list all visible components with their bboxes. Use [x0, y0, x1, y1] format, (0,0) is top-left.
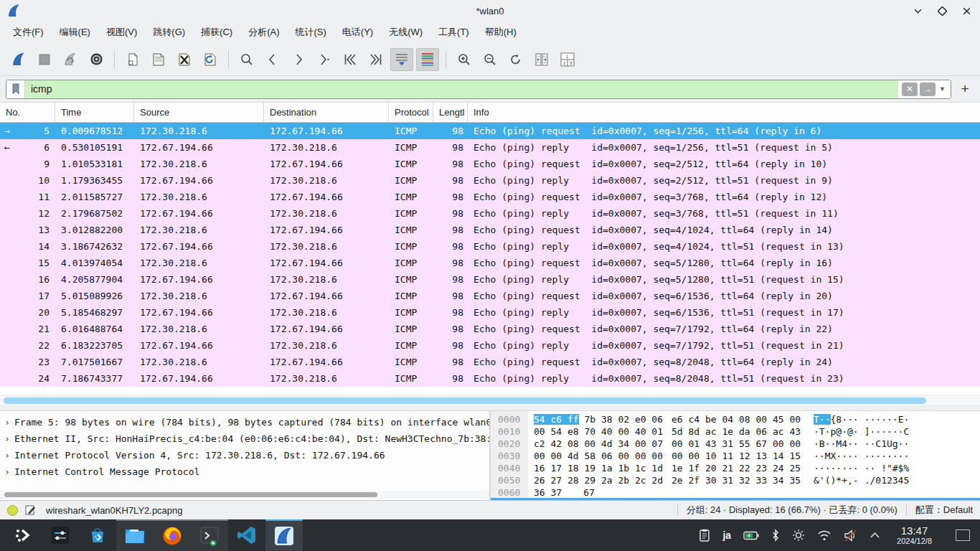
filter-apply-icon[interactable]: → [920, 83, 936, 96]
detail-tree-item[interactable]: ›Ethernet II, Src: HonHaiPrecis_c4:be:04… [0, 430, 489, 447]
go-forward-button[interactable] [287, 48, 310, 71]
first-packet-button[interactable] [339, 48, 362, 71]
packet-row[interactable]: 122.179687502172.67.194.66172.30.218.6IC… [0, 205, 980, 222]
expand-chevron-icon[interactable]: › [4, 463, 14, 480]
expand-chevron-icon[interactable]: › [4, 430, 14, 447]
menu-analyze[interactable]: 分析(A) [241, 23, 286, 42]
hex-row[interactable]: 001000 54 e8 70 40 00 40 015d 8d ac 1e d… [491, 425, 980, 438]
expert-info-icon[interactable] [7, 505, 18, 516]
zoom-out-button[interactable] [479, 48, 501, 71]
layout-button[interactable]: 123 [556, 48, 579, 71]
menu-tools[interactable]: 工具(T) [431, 23, 476, 42]
battery-icon[interactable] [743, 531, 759, 540]
menu-go[interactable]: 跳转(G) [146, 23, 192, 42]
packet-row[interactable]: →50.009678512172.30.218.6172.67.194.66IC… [0, 123, 980, 139]
column-header-destination[interactable]: Destination [264, 103, 389, 122]
start-capture-button[interactable] [7, 48, 30, 71]
filter-dropdown-icon[interactable]: ▼ [938, 85, 947, 93]
pane-splitter[interactable] [0, 405, 980, 411]
last-packet-button[interactable] [364, 48, 387, 71]
profile-label[interactable]: 配置：Default [915, 504, 973, 517]
packet-row[interactable]: 91.010533181172.30.218.6172.67.194.66ICM… [0, 156, 980, 172]
menu-view[interactable]: 视图(V) [99, 23, 144, 42]
filter-add-button[interactable]: + [956, 81, 974, 97]
volume-muted-icon[interactable] [844, 529, 857, 542]
hex-row[interactable]: 004016 17 18 19 1a 1b 1c 1d1e 1f 20 21 2… [491, 462, 980, 474]
hex-row[interactable]: 0020c2 42 08 00 4d 34 00 0700 01 43 31 5… [491, 438, 980, 450]
zoom-in-button[interactable] [453, 48, 476, 71]
menu-statistics[interactable]: 统计(S) [288, 23, 333, 42]
save-file-button[interactable]: 01010110 [147, 48, 170, 71]
detail-tree-item[interactable]: ›Frame 5: 98 bytes on wire (784 bits), 9… [0, 414, 489, 430]
hex-row[interactable]: 005026 27 28 29 2a 2b 2c 2d2e 2f 30 31 3… [491, 474, 980, 486]
taskbar-wireshark-icon[interactable] [265, 519, 303, 551]
capture-comment-icon[interactable] [24, 504, 36, 516]
menu-edit[interactable]: 编辑(E) [52, 23, 98, 42]
zoom-reset-button[interactable] [504, 48, 527, 71]
keyboard-layout-indicator[interactable]: ja [722, 529, 731, 541]
stop-capture-button[interactable] [33, 48, 56, 71]
hex-row[interactable]: 006036 3767 [491, 486, 980, 499]
menu-telephony[interactable]: 电话(Y) [335, 23, 380, 42]
go-to-packet-button[interactable] [313, 48, 336, 71]
packet-row[interactable]: 143.186742632172.67.194.66172.30.218.6IC… [0, 238, 980, 255]
show-desktop-button[interactable] [956, 529, 970, 541]
details-hscrollbar[interactable] [0, 491, 489, 499]
packet-row[interactable]: 216.016488764172.30.218.6172.67.194.66IC… [0, 321, 980, 337]
packet-row[interactable]: 164.205877904172.67.194.66172.30.218.6IC… [0, 271, 980, 288]
taskbar-discover-icon[interactable] [79, 519, 116, 551]
packet-row[interactable]: 112.011585727172.30.218.6172.67.194.66IC… [0, 189, 980, 205]
capture-options-button[interactable] [85, 48, 108, 71]
filter-clear-icon[interactable]: ✕ [902, 83, 918, 96]
maximize-icon[interactable] [936, 4, 948, 17]
minimize-icon[interactable] [911, 4, 924, 17]
column-header-source[interactable]: Source [134, 103, 264, 122]
taskbar-vscode-icon[interactable] [228, 519, 265, 551]
column-header-length[interactable]: Lengtl [433, 103, 468, 122]
taskbar-terminal-icon[interactable] [191, 519, 228, 551]
wifi-icon[interactable] [817, 529, 831, 541]
packet-row[interactable]: 237.017501667172.30.218.6172.67.194.66IC… [0, 354, 980, 370]
column-header-info[interactable]: Info [468, 103, 980, 122]
column-header-protocol[interactable]: Protocol [389, 103, 433, 122]
packet-row[interactable]: 175.015089926172.30.218.6172.67.194.66IC… [0, 288, 980, 304]
tray-expand-icon[interactable] [870, 532, 880, 539]
packet-row[interactable]: 205.185468297172.67.194.66172.30.218.6IC… [0, 304, 980, 321]
close-icon[interactable] [960, 4, 973, 17]
taskbar-settings-icon[interactable] [42, 519, 79, 551]
brightness-icon[interactable] [792, 529, 805, 542]
taskbar-firefox-icon[interactable] [154, 519, 191, 551]
detail-tree-item[interactable]: ›Internet Control Message Protocol [0, 463, 489, 480]
filter-bookmark-icon[interactable] [6, 80, 25, 98]
open-file-button[interactable] [121, 48, 144, 71]
column-header-no[interactable]: No. [0, 103, 55, 122]
packet-row[interactable]: 226.183223705172.67.194.66172.30.218.6IC… [0, 337, 980, 354]
close-file-button[interactable] [173, 48, 196, 71]
find-packet-button[interactable] [235, 48, 258, 71]
menu-help[interactable]: 帮助(H) [478, 23, 524, 42]
expand-chevron-icon[interactable]: › [4, 414, 14, 430]
go-back-button[interactable] [261, 48, 284, 71]
restart-capture-button[interactable] [59, 48, 82, 71]
taskbar-file-manager-icon[interactable] [116, 519, 154, 551]
menu-wireless[interactable]: 无线(W) [382, 23, 430, 42]
clock[interactable]: 13:47 2024/12/8 [897, 525, 932, 546]
hex-row[interactable]: 000054 c6 ff 7b 38 02 e0 06e6 c4 be 04 0… [491, 413, 980, 425]
filter-input[interactable]: icmp [25, 80, 898, 98]
menu-capture[interactable]: 捕获(C) [194, 23, 240, 42]
expand-chevron-icon[interactable]: › [4, 447, 14, 463]
packet-list-hscrollbar[interactable] [0, 395, 980, 405]
capture-filename[interactable]: wireshark_wlan0KH7LY2.pcapng [46, 505, 183, 516]
packet-row[interactable]: 133.012882200172.30.218.6172.67.194.66IC… [0, 222, 980, 238]
packet-row[interactable]: 101.179363455172.67.194.66172.30.218.6IC… [0, 172, 980, 189]
bluetooth-icon[interactable] [771, 529, 780, 542]
column-header-time[interactable]: Time [55, 103, 134, 122]
detail-tree-item[interactable]: ›Internet Protocol Version 4, Src: 172.3… [0, 447, 489, 463]
auto-scroll-button[interactable] [390, 48, 413, 71]
hex-row[interactable]: 003000 00 4d 58 06 00 00 0000 00 10 11 1… [491, 450, 980, 462]
display-filter-field[interactable]: icmp ✕ → ▼ [6, 80, 951, 99]
menu-file[interactable]: 文件(F) [6, 23, 51, 42]
clipboard-icon[interactable] [699, 529, 710, 542]
resize-columns-button[interactable] [530, 48, 553, 71]
taskbar-app-launcher-icon[interactable] [4, 519, 42, 551]
